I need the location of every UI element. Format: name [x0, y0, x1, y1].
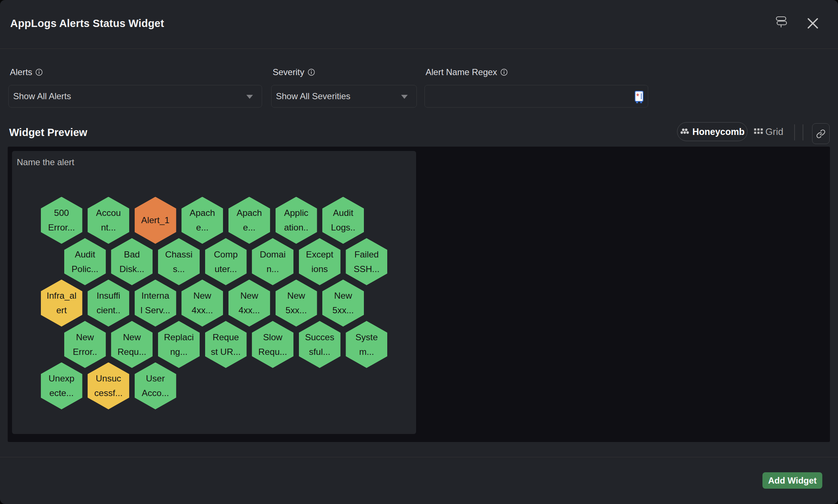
view-mode-honeycomb[interactable]: Honeycomb [677, 122, 747, 141]
hex-cell-label: Logs.. [331, 220, 355, 235]
severity-label-text: Severity [273, 67, 304, 77]
regex-label-text: Alert Name Regex [426, 67, 497, 77]
hex-cell[interactable]: Account... [88, 197, 129, 244]
link-icon [816, 129, 826, 139]
hex-cell-label: Applic [284, 206, 308, 220]
severity-select[interactable]: Show All Severities [271, 85, 417, 108]
hex-cell-label: Disk... [119, 262, 144, 276]
hex-cell-label: New [76, 330, 94, 345]
hex-cell-label: st UR... [211, 345, 241, 359]
alerts-label-text: Alerts [10, 67, 32, 77]
hex-cell-label: ecte... [49, 386, 74, 400]
hex-cell[interactable]: New4xx... [228, 280, 270, 327]
hex-cell-label: Infra_al [47, 288, 77, 303]
hex-cell[interactable]: Replacing... [158, 321, 200, 368]
hex-cell-label: Unexp [49, 371, 74, 386]
hex-cell-label: Reque [212, 330, 239, 345]
info-icon[interactable] [500, 69, 508, 76]
hex-cell-label: Alert_1 [141, 213, 170, 228]
hex-cell-label: Acco... [142, 386, 169, 400]
regex-input[interactable]: * [424, 85, 648, 108]
regex-icon[interactable]: * [635, 91, 643, 102]
alerts-label: Alerts [10, 67, 43, 77]
hex-cell[interactable]: New5xx... [322, 280, 364, 327]
hex-cell-label: Audit [333, 206, 353, 220]
hex-cell-label: Bad [124, 247, 140, 262]
hex-cell-label: nt... [101, 220, 116, 235]
hex-cell[interactable]: Application.. [276, 197, 317, 244]
hex-cell[interactable]: Alert_1 [135, 197, 176, 244]
hex-cell-label: Chassi [165, 247, 193, 262]
hex-cell[interactable]: FailedSSH... [346, 238, 387, 285]
hex-cell[interactable]: Computer... [205, 238, 247, 285]
hex-cell[interactable]: Insufficient.. [88, 280, 129, 327]
hex-cell-label: Unsuc [96, 371, 121, 386]
hex-cell[interactable]: Apache... [181, 197, 223, 244]
widget-layout-button[interactable] [774, 16, 788, 29]
hex-cell-label: 4xx... [192, 303, 213, 318]
hex-cell-label: ation.. [284, 220, 308, 235]
add-widget-dialog: AppLogs Alerts Status Widget Alerts Seve… [0, 0, 838, 504]
hex-cell[interactable]: AuditLogs.. [322, 197, 364, 244]
hex-cell[interactable]: New5xx... [276, 280, 317, 327]
hex-cell[interactable]: Unexpecte... [41, 363, 82, 410]
alerts-select[interactable]: Show All Alerts [8, 85, 262, 108]
hex-cell-label: ions [311, 262, 328, 276]
hex-cell-label: e... [243, 220, 255, 235]
grid-label: Grid [765, 126, 783, 137]
link-button[interactable] [812, 123, 830, 144]
hex-cell[interactable]: New4xx... [181, 280, 223, 327]
add-widget-button[interactable]: Add Widget [762, 472, 822, 489]
severity-select-value: Show All Severities [276, 85, 350, 107]
header-divider [0, 49, 838, 49]
close-icon [807, 18, 818, 29]
hex-cell[interactable]: NewError.. [64, 321, 106, 368]
hex-cell-label: New [123, 330, 141, 345]
hex-cell[interactable]: Domain... [252, 238, 293, 285]
close-button[interactable] [806, 17, 820, 30]
hex-cell-label: Accou [96, 206, 121, 220]
hex-cell[interactable]: BadDisk... [111, 238, 153, 285]
hex-cell-label: Comp [214, 247, 238, 262]
hex-cell-label: 5xx... [285, 303, 307, 318]
hex-cell-label: Insuffi [97, 288, 120, 303]
hex-cell-label: Succes [305, 330, 334, 345]
hex-cell[interactable]: 500Error... [41, 197, 82, 244]
hex-cell[interactable]: System... [346, 321, 387, 368]
hex-cell-label: New [334, 288, 352, 303]
hex-cell[interactable]: Internal Serv... [135, 280, 176, 327]
hex-cell[interactable]: Successful... [299, 321, 341, 368]
hex-cell[interactable]: Infra_alert [41, 280, 82, 327]
hex-cell-label: e... [196, 220, 208, 235]
hex-cell-label: Syste [355, 330, 378, 345]
hex-cell[interactable]: Exceptions [299, 238, 341, 285]
hex-cell-label: New [287, 288, 305, 303]
honeycomb-icon [680, 128, 689, 136]
hex-cell[interactable]: Request UR... [205, 321, 247, 368]
hex-cell-label: 5xx... [332, 303, 354, 318]
hex-cell-label: Domai [260, 247, 286, 262]
hex-cell-label: Polic... [72, 262, 99, 276]
hex-cell[interactable]: Apache... [228, 197, 270, 244]
grid-icon [754, 128, 763, 135]
hex-cell-label: Error.. [73, 345, 97, 359]
hex-cell[interactable]: Chassis... [158, 238, 200, 285]
hex-cell[interactable]: Unsuccessf... [88, 363, 129, 410]
hex-cell-label: Slow [263, 330, 282, 345]
footer-divider [0, 457, 838, 457]
honeycomb-label: Honeycomb [692, 127, 745, 137]
hex-cell-label: Error... [48, 220, 75, 235]
hex-cell[interactable]: UserAcco... [135, 363, 176, 410]
hex-cell[interactable]: SlowRequ... [252, 321, 293, 368]
view-mode-grid[interactable]: Grid [754, 124, 783, 139]
info-icon[interactable] [35, 69, 43, 76]
dialog-title: AppLogs Alerts Status Widget [10, 18, 164, 30]
hex-cell-label: 4xx... [239, 303, 260, 318]
toolbar-separator [803, 124, 803, 140]
hex-cell[interactable]: AuditPolic... [64, 238, 106, 285]
info-icon[interactable] [308, 69, 315, 76]
hex-cell[interactable]: NewRequ... [111, 321, 153, 368]
alert-widget-panel: Name the alert 500Error...Account...Aler… [12, 151, 416, 434]
signpost-icon [774, 16, 787, 28]
hex-cell-label: uter... [215, 262, 237, 276]
